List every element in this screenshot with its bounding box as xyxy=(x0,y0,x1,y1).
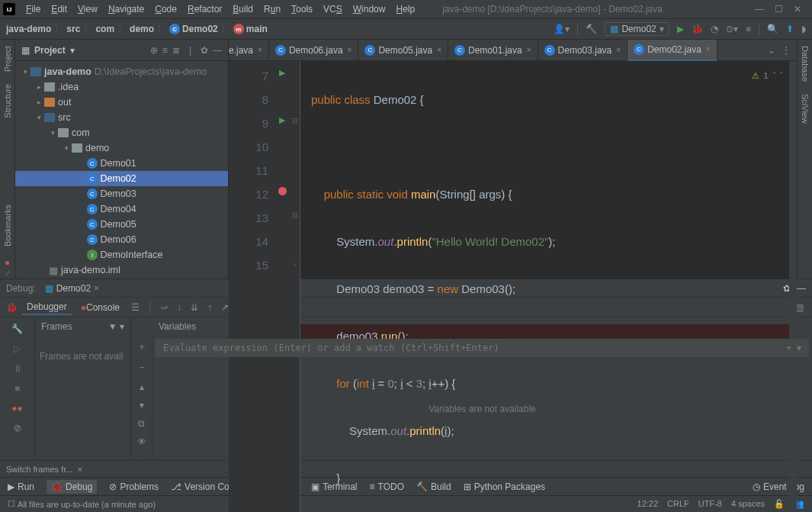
mute-bp-icon[interactable]: ⊘ xyxy=(14,423,21,433)
debug-hide-icon[interactable]: — xyxy=(797,283,806,294)
tree-file-demo03[interactable]: C Demo03 xyxy=(15,186,228,201)
tree-src[interactable]: ▾src xyxy=(15,110,228,125)
run-line-icon[interactable]: ▶ xyxy=(279,68,285,78)
project-select-icon[interactable]: ▦ xyxy=(21,45,30,56)
tab-1[interactable]: CDemo06.java× xyxy=(269,40,359,61)
right-tab-database[interactable]: Database xyxy=(799,40,811,88)
breadcrumb-class[interactable]: CDemo02 xyxy=(169,24,218,34)
bookmark-icon[interactable]: ● xyxy=(5,257,10,268)
hide-icon[interactable]: — xyxy=(213,45,222,56)
tab-3[interactable]: CDemo01.java× xyxy=(448,40,538,61)
menu-tools[interactable]: Tools xyxy=(287,2,317,16)
wrench-icon[interactable]: 🔧 xyxy=(11,324,23,334)
menu-run[interactable]: Run xyxy=(259,2,285,16)
tree-file-demo05[interactable]: C Demo05 xyxy=(15,217,228,232)
run-config-selector[interactable]: ▦Demo02 ▾ xyxy=(605,22,669,36)
bottom-problems[interactable]: ⊘ Problems xyxy=(109,481,159,492)
maximize-button[interactable]: ☐ xyxy=(775,4,783,14)
bottom-run[interactable]: ▶ Run xyxy=(8,481,34,492)
run-line-icon[interactable]: ▶ xyxy=(279,115,285,125)
build-icon[interactable]: 🔨 xyxy=(586,24,597,34)
copy-icon[interactable]: ⧉ xyxy=(138,418,145,429)
tree-file-demo02[interactable]: C Demo02 xyxy=(15,171,228,186)
status-icon[interactable]: ☐ xyxy=(8,499,15,509)
add-watch-icon[interactable]: ＋ xyxy=(137,340,146,353)
coverage-icon[interactable]: ◔ xyxy=(711,24,718,34)
ide-icon[interactable]: ◗ xyxy=(801,24,806,34)
threads-icon[interactable]: ☰ xyxy=(129,302,142,313)
tab-4[interactable]: CDemo03.java× xyxy=(538,40,628,61)
close-icon[interactable]: × xyxy=(616,46,621,54)
profile-icon[interactable]: ⊙▾ xyxy=(726,24,738,34)
tab-more-icon[interactable]: ⋮ xyxy=(782,45,791,56)
stop-icon[interactable]: ■ xyxy=(746,24,751,34)
breadcrumb-com[interactable]: com xyxy=(95,24,114,34)
close-icon[interactable]: × xyxy=(527,46,531,54)
tab-2[interactable]: CDemo05.java× xyxy=(358,40,448,61)
tree-file-demo06[interactable]: C Demo06 xyxy=(15,232,228,247)
menu-view[interactable]: View xyxy=(73,2,102,16)
evaluate-field[interactable] xyxy=(163,343,786,353)
remove-watch-icon[interactable]: － xyxy=(137,361,146,374)
collapse-icon[interactable]: ≣ xyxy=(172,45,180,56)
console-tab[interactable]: ●Console xyxy=(76,301,124,314)
bookmark-icon-2[interactable]: ⟋ xyxy=(3,268,12,279)
close-button[interactable]: ✕ xyxy=(794,4,801,14)
step-out-icon[interactable]: ↑ xyxy=(205,302,214,313)
debug-config-tab[interactable]: ▦Demo02 × xyxy=(42,283,102,294)
tree-demo[interactable]: ▾demo xyxy=(15,140,228,156)
close-icon[interactable]: × xyxy=(348,46,352,54)
tree-file-demo04[interactable]: C Demo04 xyxy=(15,201,228,217)
pause-icon[interactable]: ⏸ xyxy=(13,363,22,374)
tree-com[interactable]: ▾com xyxy=(15,125,228,140)
inspection-badge[interactable]: ⚠1 ˆ ˇ xyxy=(752,64,783,88)
locate-icon[interactable]: ⊕ xyxy=(150,45,158,56)
breadcrumb-demo[interactable]: demo xyxy=(130,24,154,34)
breakpoints-icon[interactable]: ●● xyxy=(11,403,23,414)
left-tab-structure[interactable]: Structure xyxy=(2,78,14,124)
tree-idea[interactable]: ▸.idea xyxy=(15,79,228,95)
left-tab-bookmarks[interactable]: Bookmarks xyxy=(2,198,14,253)
debug-bug-icon[interactable]: 🐞 xyxy=(6,302,18,313)
close-icon[interactable]: × xyxy=(94,283,99,294)
add-icon[interactable]: + xyxy=(786,343,791,353)
left-tab-project[interactable]: Project xyxy=(2,40,14,78)
tab-5[interactable]: CDemo02.java× xyxy=(627,40,717,61)
view-icon[interactable]: 👁 xyxy=(137,436,146,447)
menu-navigate[interactable]: Navigate xyxy=(104,2,149,16)
tree-root[interactable]: ▾ java-demoD:\IdeaProjects\java-demo xyxy=(15,64,228,79)
right-tab-sciview[interactable]: SciView xyxy=(799,88,811,130)
menu-build[interactable]: Build xyxy=(228,2,258,16)
menu-vcs[interactable]: VCS xyxy=(319,2,347,16)
menu-code[interactable]: Code xyxy=(150,2,181,16)
frames-dropdown-icon[interactable]: ▾ xyxy=(120,321,124,332)
tree-file-demo01[interactable]: C Demo01 xyxy=(15,156,228,171)
tab-0[interactable]: e.java× xyxy=(229,40,269,61)
menu-file[interactable]: File xyxy=(21,2,45,16)
expand-eval-icon[interactable]: ▾ xyxy=(797,343,801,353)
user-icon[interactable]: 👤▾ xyxy=(554,24,570,34)
run-icon[interactable]: ▶ xyxy=(677,24,684,34)
down-icon[interactable]: ▾ xyxy=(140,400,144,411)
menu-edit[interactable]: Edit xyxy=(47,2,72,16)
close-icon[interactable]: × xyxy=(437,46,441,54)
bottom-debug[interactable]: 🐞 Debug xyxy=(47,480,97,494)
breadcrumb-src[interactable]: src xyxy=(66,24,80,34)
menu-window[interactable]: Window xyxy=(348,2,390,16)
stop-debug-icon[interactable]: ■ xyxy=(14,383,20,394)
filter-icon[interactable]: ▼ xyxy=(108,321,117,332)
switch-frames-tab[interactable]: Switch frames fr... xyxy=(6,465,72,474)
resume-icon[interactable]: ▷ xyxy=(14,343,21,354)
breakpoint-icon[interactable] xyxy=(278,187,287,195)
tree-file-interface[interactable]: I DemoInterface xyxy=(15,247,228,262)
update-icon[interactable]: ⬆ xyxy=(786,24,794,34)
step-over-icon[interactable]: ⤻ xyxy=(158,302,170,313)
close-icon[interactable]: × xyxy=(77,465,82,474)
up-icon[interactable]: ▴ xyxy=(140,382,144,392)
expand-icon[interactable]: ≡ xyxy=(162,45,168,56)
tree-iml[interactable]: ▦java-demo.iml xyxy=(15,262,228,278)
project-dropdown-icon[interactable]: ▾ xyxy=(70,45,75,56)
close-icon[interactable]: × xyxy=(258,46,262,54)
force-step-icon[interactable]: ⇊ xyxy=(188,302,201,313)
debugger-tab[interactable]: Debugger xyxy=(22,300,72,315)
